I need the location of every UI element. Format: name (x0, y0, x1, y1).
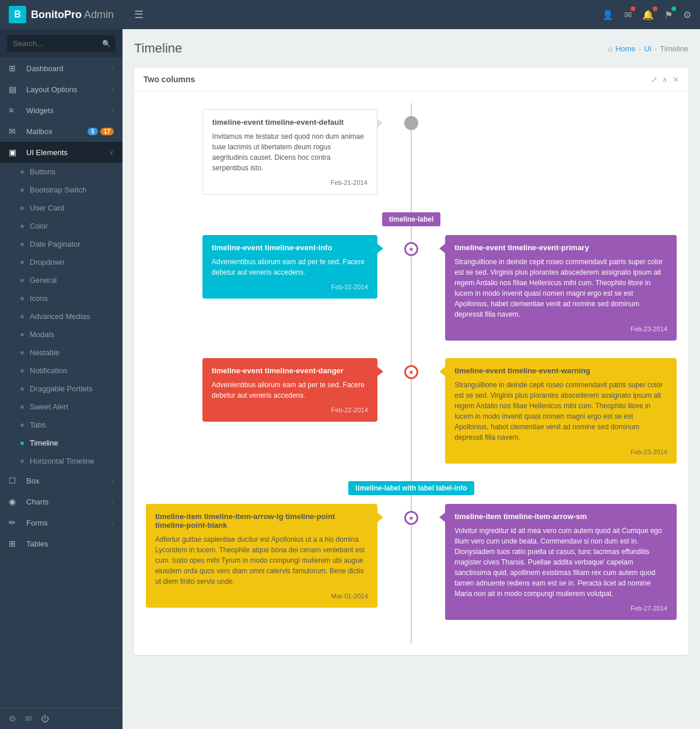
sidebar-sub-buttons[interactable]: Buttons (0, 163, 123, 181)
flag-badge (671, 6, 676, 11)
sidebar-sub-user-card[interactable]: User Card (0, 199, 123, 217)
breadcrumb-ui[interactable]: UI (644, 44, 652, 53)
event-body: Advenientibus aliorum eam ad per te sed.… (212, 257, 368, 278)
event-date: Feb-21-2014 (212, 179, 368, 186)
event-date: Mar-01-2014 (155, 593, 368, 600)
sidebar-sub-bootstrap-switch[interactable]: Bootstrap Switch (0, 181, 123, 199)
sub-dot (20, 423, 24, 427)
sidebar-sub-label: Nestable (30, 348, 60, 357)
timeline-left: timeline-item timeline-item-arrow-lg tim… (146, 504, 401, 608)
page-title: Timeline (134, 41, 182, 56)
tables-icon: ⊞ (9, 539, 20, 548)
card-actions: ⤢ ∧ ✕ (651, 75, 679, 84)
sidebar-item-widgets[interactable]: ≡ Widgets › (0, 100, 123, 121)
user-nav-button[interactable]: 👤 (602, 9, 614, 20)
charts-icon: ◉ (9, 497, 20, 506)
sidebar-item-layout[interactable]: ▤ Layout Options › (0, 79, 123, 100)
power-bottom-icon[interactable]: ⏻ (41, 714, 49, 723)
event-body: Stranguillione in deinde cepit roseo com… (454, 257, 667, 320)
sidebar-sub-notification[interactable]: Notification (0, 362, 123, 380)
timeline-node: ★ (404, 242, 418, 256)
timeline-row: timeline-event timeline-event-info Adven… (146, 235, 677, 341)
sidebar-item-mailbox[interactable]: ✉ Mailbox 5 16 17 (0, 121, 123, 142)
mailbox-badge-3: 17 (100, 128, 114, 135)
mail-bottom-icon[interactable]: ✉ (25, 714, 32, 723)
timeline-node (404, 116, 418, 130)
dashboard-icon: ⊞ (9, 64, 20, 73)
event-body: Advenientibus aliorum eam ad per te sed.… (212, 380, 368, 401)
sidebar-sub-label: Sweet Alert (30, 402, 68, 411)
sidebar-sub-date-paginator[interactable]: Date Paginator (0, 235, 123, 253)
settings-bottom-icon[interactable]: ⚙ (9, 714, 16, 723)
timeline-label-row-2: timeline-label with label label-info (146, 481, 677, 495)
timeline-card: Two columns ⤢ ∧ ✕ timeline-event timelin… (134, 68, 688, 655)
flag-nav-button[interactable]: ⚑ (664, 9, 673, 20)
sidebar-search-area: 🔍 (0, 29, 123, 58)
sidebar-sub-nestable[interactable]: Nestable (0, 344, 123, 362)
sidebar-sub-timeline[interactable]: Timeline (0, 434, 123, 452)
sidebar-sub-label: Advanced Medias (30, 312, 90, 321)
sidebar-item-label: UI Elements (26, 148, 109, 157)
timeline-center (404, 116, 418, 130)
chevron-down-icon: ∨ (109, 149, 114, 156)
sidebar-sub-label: Buttons (30, 167, 55, 176)
sub-dot (20, 460, 24, 463)
sidebar: 🔍 ⊞ Dashboard › ▤ Layout Options › ≡ Wid… (0, 29, 123, 729)
sidebar-sub-advanced-medias[interactable]: Advanced Medias (0, 307, 123, 325)
sidebar-sub-label: Timeline (30, 439, 58, 447)
main-content: Timeline ⌂ Home › UI › Timeline Two colu… (123, 29, 700, 729)
sidebar-sub-sweet-alert[interactable]: Sweet Alert (0, 398, 123, 416)
collapse-button[interactable]: ∧ (662, 75, 668, 84)
sidebar-sub-label: User Card (30, 204, 64, 212)
sidebar-sub-dropdown[interactable]: Dropdown (0, 253, 123, 271)
sub-dot (20, 405, 24, 409)
sidebar-item-label: Mailbox (26, 127, 85, 136)
sidebar-sub-label: Color (30, 222, 48, 230)
sidebar-item-label: Tables (26, 539, 111, 548)
gear-nav-button[interactable]: ⚙ (683, 9, 691, 20)
event-body: Volvitur ingreditur id ait mea vero cum … (454, 525, 667, 599)
timeline-container: timeline-event timeline-event-default In… (146, 103, 677, 643)
sidebar-item-charts[interactable]: ◉ Charts › (0, 491, 123, 512)
sidebar-sub-tabs[interactable]: Tabs (0, 416, 123, 434)
sidebar-item-label: Dashboard (26, 64, 111, 73)
timeline-event-warning: timeline-event timeline-event-warning St… (445, 358, 677, 464)
sidebar-item-dashboard[interactable]: ⊞ Dashboard › (0, 58, 123, 79)
sidebar-sub-label: Icons (30, 294, 48, 303)
timeline-label-1: timeline-label (382, 212, 441, 226)
sidebar-sub-icons[interactable]: Icons (0, 289, 123, 307)
sidebar-sub-color[interactable]: Color (0, 217, 123, 235)
sidebar-item-box[interactable]: ☐ Box › (0, 470, 123, 491)
timeline-event-yellow: timeline-item timeline-item-arrow-lg tim… (146, 504, 377, 608)
sub-dot (20, 243, 24, 246)
breadcrumb: ⌂ Home › UI › Timeline (608, 44, 688, 53)
close-button[interactable]: ✕ (673, 75, 679, 84)
sidebar-sub-draggable[interactable]: Draggable Portlets (0, 380, 123, 398)
card-title: Two columns (144, 75, 195, 84)
expand-button[interactable]: ⤢ (651, 75, 657, 84)
chevron-right-icon: › (111, 477, 114, 484)
sidebar-sub-label: Dropdown (30, 258, 64, 267)
breadcrumb-home[interactable]: Home (615, 44, 636, 53)
sidebar-item-forms[interactable]: ✏ Forms › (0, 512, 123, 533)
sidebar-sub-label: General (30, 276, 57, 285)
event-title: timeline-event timeline-event-primary (454, 243, 667, 252)
widgets-icon: ≡ (9, 106, 20, 115)
sidebar-item-ui-elements[interactable]: ▣ UI Elements ∨ (0, 142, 123, 163)
mail-icon: ✉ (9, 127, 20, 136)
sidebar-sub-horizontal-timeline[interactable]: Horizontal Timeline (0, 452, 123, 470)
sidebar-sub-modals[interactable]: Modals (0, 325, 123, 344)
search-input[interactable] (7, 35, 116, 52)
event-date: Feb-27-2014 (454, 605, 667, 612)
page-header: Timeline ⌂ Home › UI › Timeline (134, 41, 688, 56)
sidebar-sub-label: Tabs (30, 420, 46, 429)
sidebar-item-label: Charts (26, 497, 111, 506)
menu-toggle-icon[interactable]: ☰ (131, 5, 146, 24)
sidebar-sub-general[interactable]: General (0, 271, 123, 289)
sidebar-sub-label: Draggable Portlets (30, 384, 93, 393)
email-nav-button[interactable]: ✉ (624, 9, 632, 20)
sidebar-item-tables[interactable]: ⊞ Tables › (0, 533, 123, 554)
bell-badge (653, 6, 657, 11)
timeline-label-row: timeline-label (146, 212, 677, 226)
bell-nav-button[interactable]: 🔔 (642, 9, 654, 20)
